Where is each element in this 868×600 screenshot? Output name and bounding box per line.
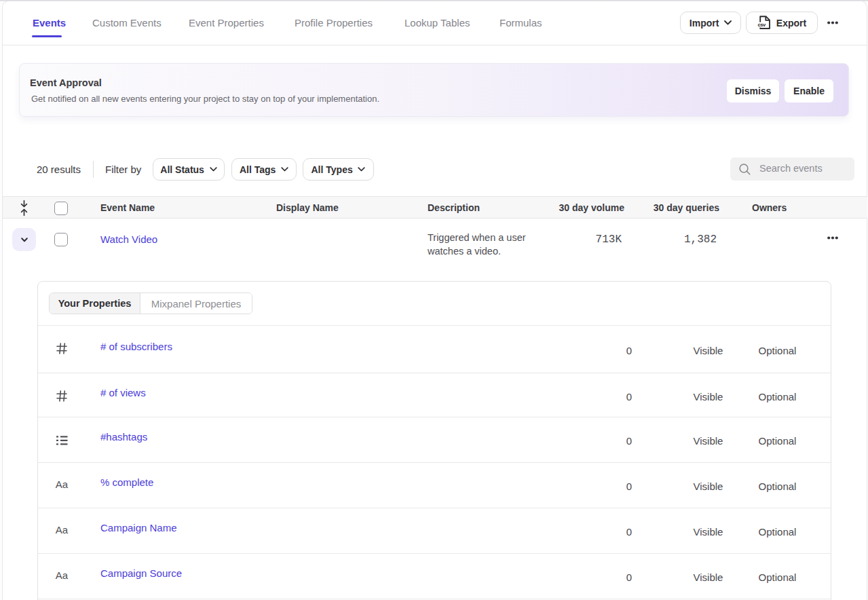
svg-text:csv: csv (757, 22, 766, 28)
